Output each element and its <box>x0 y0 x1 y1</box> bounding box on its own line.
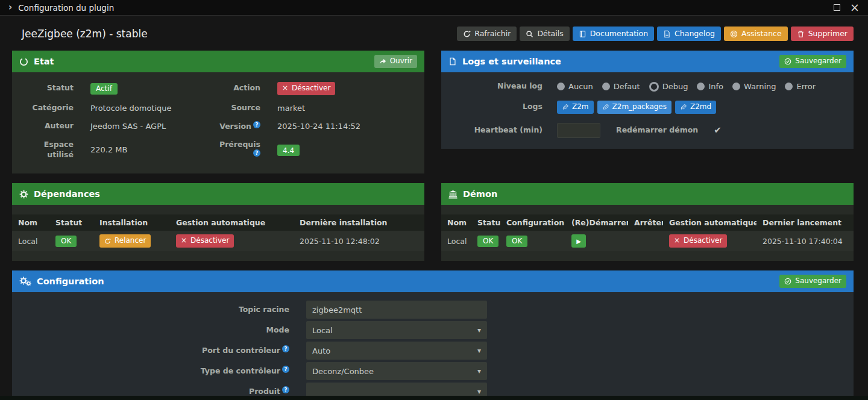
demon-disable-button[interactable]: × Désactiver <box>669 234 727 248</box>
trash-icon <box>797 30 805 38</box>
refresh-label: Rafraichir <box>474 29 511 39</box>
log-z2m-button[interactable]: Z2m <box>557 101 594 114</box>
demon-date: 2025-11-10 17:40:04 <box>756 231 854 251</box>
log-z2m-packages-button[interactable]: Z2m_packages <box>597 101 671 114</box>
changelog-button[interactable]: Changelog <box>657 27 721 41</box>
source-label: Source <box>216 103 260 113</box>
mode-select[interactable]: Local ▾ <box>306 321 487 339</box>
radio-icon <box>732 83 740 90</box>
log-files-group: Z2m Z2m_packages Z2md <box>557 101 844 114</box>
demon-table: Nom Statut Configuration (Re)Démarrer Ar… <box>441 214 854 251</box>
refresh-icon <box>463 30 471 38</box>
topic-racine-label: Topic racine <box>22 305 289 315</box>
close-icon[interactable]: × <box>850 2 860 13</box>
gears-icon <box>19 277 31 286</box>
table-row: Local OK Relancer <box>12 231 424 251</box>
demon-nom: Local <box>441 231 471 251</box>
col-statut: Statut <box>49 214 93 231</box>
demon-config-badge: OK <box>506 236 527 247</box>
heartbeat-input[interactable] <box>557 123 600 138</box>
categorie-label: Catégorie <box>22 103 74 113</box>
check-circle-icon <box>784 58 791 65</box>
heartbeat-label: Heartbeat (min) <box>451 125 542 136</box>
dep-disable-label: Désactiver <box>190 236 229 246</box>
port-controleur-select[interactable]: Auto ▾ <box>306 342 487 360</box>
modal-titlebar: › Configuration du plugin × <box>0 0 868 16</box>
port-select-value: Auto <box>312 346 330 355</box>
espace-value: 220.2 MB <box>90 145 199 154</box>
circle-notch-icon <box>19 57 28 66</box>
refresh-button[interactable]: Rafraichir <box>457 27 517 41</box>
dependances-title: Dépendances <box>34 189 100 199</box>
col-gestion-automatique: Gestion automatique <box>170 214 294 231</box>
restart-demon-label: Redémarrer démon <box>616 125 698 136</box>
mode-select-value: Local <box>312 326 333 335</box>
collapse-chevron-icon[interactable]: › <box>8 3 12 12</box>
log-z2md-button[interactable]: Z2md <box>675 101 716 114</box>
col-configuration: Configuration <box>500 214 565 231</box>
dep-nom: Local <box>12 231 49 251</box>
window-bottom-edge <box>0 396 868 400</box>
col-dernier-lancement: Dernier lancement <box>756 214 854 231</box>
restart-demon-checkbox[interactable]: ✔ <box>714 125 722 136</box>
log-level-defaut[interactable]: Defaut <box>602 82 640 91</box>
dependances-header: Dépendances <box>12 183 424 205</box>
mode-label: Mode <box>22 325 289 336</box>
demon-title: Démon <box>463 189 497 199</box>
dep-date: 2025-11-10 12:48:02 <box>294 231 424 251</box>
relaunch-button[interactable]: Relancer <box>99 234 151 248</box>
check-circle-icon <box>784 278 791 285</box>
config-save-button[interactable]: Sauvegarder <box>779 275 846 288</box>
maximize-icon[interactable] <box>834 4 840 11</box>
modal-title: Configuration du plugin <box>18 3 114 13</box>
demon-stop-cell <box>628 231 663 251</box>
page-header: JeeZigbee (z2m) - stable Rafraichir Déta… <box>12 27 854 41</box>
port-help-icon[interactable]: ? <box>282 345 289 352</box>
version-help-icon[interactable]: ? <box>253 121 260 128</box>
dep-disable-button[interactable]: × Désactiver <box>176 234 234 248</box>
prerequis-label: Prérequis? <box>216 140 260 161</box>
life-ring-icon <box>730 30 738 38</box>
log-level-debug[interactable]: Debug <box>649 82 688 92</box>
radio-icon <box>697 83 705 90</box>
open-button[interactable]: Ouvrir <box>374 55 417 68</box>
type-controleur-select[interactable]: Deconz/Conbee ▾ <box>306 362 487 380</box>
etat-header: Etat Ouvrir <box>12 51 424 72</box>
log-level-group: Aucun Defaut Debug Info Warning Error <box>557 82 844 92</box>
prerequis-help-icon[interactable]: ? <box>253 149 260 157</box>
log-z2m-packages-label: Z2m_packages <box>612 102 667 112</box>
demon-disable-label: Désactiver <box>684 236 722 246</box>
restart-demon-button[interactable]: ▶ <box>571 234 586 248</box>
log-level-warning[interactable]: Warning <box>732 82 776 91</box>
log-level-error[interactable]: Error <box>785 82 816 91</box>
chevron-down-icon: ▾ <box>477 387 481 396</box>
open-label: Ouvrir <box>390 57 412 66</box>
documentation-button[interactable]: Documentation <box>573 27 654 41</box>
log-level-info[interactable]: Info <box>697 82 723 91</box>
col-nom: Nom <box>12 214 49 231</box>
file-icon <box>448 57 457 66</box>
disable-plugin-button[interactable]: × Désactiver <box>277 82 335 95</box>
logs-files-label: Logs <box>451 102 542 112</box>
radio-icon <box>557 83 565 90</box>
dep-status-badge: OK <box>55 236 77 247</box>
changelog-label: Changelog <box>675 29 715 39</box>
version-label: Version? <box>216 121 260 132</box>
configuration-header: Configuration Sauvegarder <box>12 270 854 292</box>
details-button[interactable]: Détails <box>520 27 569 41</box>
chevron-down-icon: ▾ <box>477 326 481 334</box>
configuration-body: Topic racine Mode Local ▾ Port du contrô… <box>12 292 854 400</box>
logs-save-label: Sauvegarder <box>795 57 841 66</box>
topic-racine-input[interactable] <box>306 301 487 319</box>
log-level-aucun[interactable]: Aucun <box>557 82 593 91</box>
delete-button[interactable]: Supprimer <box>791 27 854 41</box>
type-select-value: Deconz/Conbee <box>312 367 374 376</box>
produit-help-icon[interactable]: ? <box>282 386 289 393</box>
demon-header: Démon <box>441 183 854 205</box>
assistance-button[interactable]: Assistance <box>724 27 788 41</box>
action-label: Action <box>216 83 260 93</box>
logs-save-button[interactable]: Sauvegarder <box>779 55 846 68</box>
relaunch-label: Relancer <box>115 236 146 246</box>
type-help-icon[interactable]: ? <box>282 366 289 373</box>
etat-body: Statut Actif Action × Désactiver Catégor… <box>12 72 424 173</box>
